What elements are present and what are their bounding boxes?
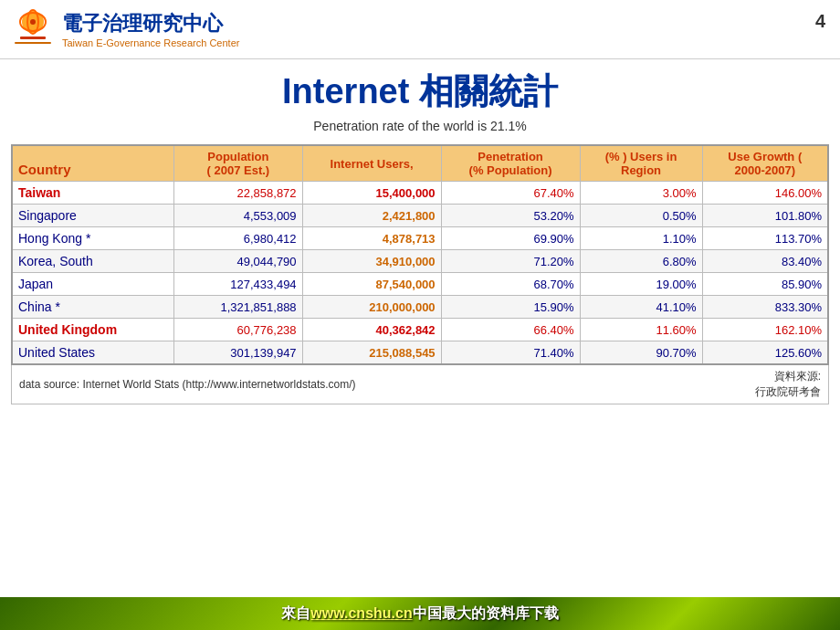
cell-use-growth: 83.40% [702,250,828,273]
cell-pct-users: 0.50% [580,205,702,227]
cell-penetration: 68.70% [441,273,580,296]
cell-country: Hong Kong * [12,227,174,250]
cell-pct-users: 1.10% [580,227,702,250]
footer-source-cn: 資料來源: 行政院研考會 [755,369,821,400]
page-number: 4 [815,11,825,32]
cell-population: 127,433,494 [174,273,302,296]
logo-icon [11,7,55,51]
cell-population: 60,776,238 [174,319,302,341]
main-title: Internet 相關統計 [0,68,840,115]
cell-internet-users: 4,878,713 [302,227,441,250]
banner-text-post: 中国最大的资料库下载 [413,604,559,624]
table-row: United Kingdom60,776,23840,362,84266.40%… [12,319,828,341]
footer-source: data source: Internet World Stats (http:… [19,378,356,391]
col-header-internet-users: Internet Users, [302,145,441,182]
table-row: United States301,139,947215,088,54571.40… [12,341,828,365]
table-container: Country Population ( 2007 Est.) Internet… [0,144,840,365]
cell-use-growth: 125.60% [702,341,828,365]
logo-area: 電子治理研究中心 Taiwan E-Governance Research Ce… [11,7,239,51]
cell-pct-users: 3.00% [580,182,702,205]
cell-population: 4,553,009 [174,205,302,227]
cell-penetration: 66.40% [441,319,580,341]
cell-internet-users: 210,000,000 [302,296,441,319]
logo-text-area: 電子治理研究中心 Taiwan E-Governance Research Ce… [62,10,239,48]
table-row: Singapore4,553,0092,421,80053.20%0.50%10… [12,205,828,227]
cell-country: United States [12,341,174,365]
col-header-country: Country [12,145,174,182]
title-section: Internet 相關統計 Penetration rate of the wo… [0,59,840,139]
cell-penetration: 71.40% [441,341,580,365]
cell-population: 301,139,947 [174,341,302,365]
table-row: Hong Kong *6,980,4124,878,71369.90%1.10%… [12,227,828,250]
cell-penetration: 69.90% [441,227,580,250]
table-header-row: Country Population ( 2007 Est.) Internet… [12,145,828,182]
cell-internet-users: 15,400,000 [302,182,441,205]
svg-rect-5 [15,42,51,44]
cell-internet-users: 2,421,800 [302,205,441,227]
cell-internet-users: 34,910,000 [302,250,441,273]
data-table: Country Population ( 2007 Est.) Internet… [11,144,829,365]
cell-country: Japan [12,273,174,296]
table-row: Taiwan22,858,87215,400,00067.40%3.00%146… [12,182,828,205]
cell-internet-users: 87,540,000 [302,273,441,296]
logo-en: Taiwan E-Governance Research Center [62,37,239,48]
cell-penetration: 71.20% [441,250,580,273]
cell-country: Singapore [12,205,174,227]
cell-penetration: 15.90% [441,296,580,319]
subtitle: Penetration rate of the world is 21.1% [0,119,840,133]
cell-internet-users: 215,088,545 [302,341,441,365]
banner-url[interactable]: www.cnshu.cn [310,605,412,622]
bottom-banner: 來自 www.cnshu.cn 中国最大的资料库下载 [0,597,840,630]
cell-use-growth: 85.90% [702,273,828,296]
table-row: China *1,321,851,888210,000,00015.90%41.… [12,296,828,319]
cell-use-growth: 113.70% [702,227,828,250]
cell-country: Korea, South [12,250,174,273]
cell-pct-users: 6.80% [580,250,702,273]
cell-country: Taiwan [12,182,174,205]
col-header-pct-users: (% ) Users in Region [580,145,702,182]
cell-internet-users: 40,362,842 [302,319,441,341]
header: 電子治理研究中心 Taiwan E-Governance Research Ce… [0,0,840,59]
footer: data source: Internet World Stats (http:… [11,365,829,404]
col-header-population: Population ( 2007 Est.) [174,145,302,182]
cell-use-growth: 101.80% [702,205,828,227]
cell-population: 6,980,412 [174,227,302,250]
cell-pct-users: 19.00% [580,273,702,296]
cell-country: United Kingdom [12,319,174,341]
cell-pct-users: 11.60% [580,319,702,341]
table-row: Korea, South49,044,79034,910,00071.20%6.… [12,250,828,273]
banner-text-pre: 來自 [281,604,310,624]
logo-cn: 電子治理研究中心 [62,10,239,37]
cell-country: China * [12,296,174,319]
cell-population: 1,321,851,888 [174,296,302,319]
table-body: Taiwan22,858,87215,400,00067.40%3.00%146… [12,182,828,365]
cell-use-growth: 833.30% [702,296,828,319]
svg-rect-4 [20,37,46,39]
col-header-use-growth: Use Growth ( 2000-2007) [702,145,828,182]
cell-population: 49,044,790 [174,250,302,273]
cell-use-growth: 146.00% [702,182,828,205]
cell-use-growth: 162.10% [702,319,828,341]
cell-pct-users: 41.10% [580,296,702,319]
cell-pct-users: 90.70% [580,341,702,365]
cell-penetration: 67.40% [441,182,580,205]
col-header-penetration: Penetration (% Population) [441,145,580,182]
table-row: Japan127,433,49487,540,00068.70%19.00%85… [12,273,828,296]
cell-population: 22,858,872 [174,182,302,205]
svg-point-3 [30,19,36,25]
cell-penetration: 53.20% [441,205,580,227]
